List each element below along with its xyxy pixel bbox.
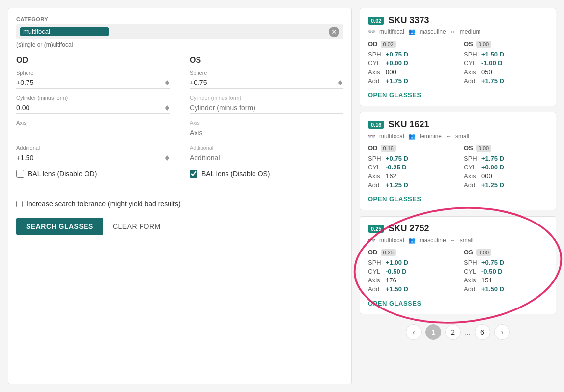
page-6-button[interactable]: 6 xyxy=(475,324,490,340)
clear-category-button[interactable]: ✕ xyxy=(329,27,339,37)
card-1-od-sph: SPH +0.75 D xyxy=(368,51,452,58)
card-3-eyes: OD 0.25 SPH +1.00 D CYL -0.50 D Axis xyxy=(368,249,548,294)
card-3-od: OD 0.25 SPH +1.00 D CYL -0.50 D Axis xyxy=(368,249,452,294)
bal-od-row: BAL lens (Disable OD) xyxy=(16,170,170,178)
card-1-os-cyl: CYL -1.00 D xyxy=(464,59,548,67)
od-cylinder-label: Cylinder (minus form) xyxy=(16,95,170,101)
bal-os-row: BAL lens (Disable OS) xyxy=(190,170,343,178)
os-axis-input[interactable] xyxy=(190,129,343,137)
card-2-sku: SKU 1621 xyxy=(388,119,429,130)
card-2-os-sph: SPH +1.75 D xyxy=(464,155,548,162)
os-sphere-up xyxy=(338,80,342,83)
od-additional-label: Additional xyxy=(16,145,170,151)
card-1-size: medium xyxy=(460,28,481,35)
card-3-gender: masculine xyxy=(420,237,446,244)
od-sphere-spinner[interactable] xyxy=(164,79,170,86)
os-cylinder-group: Cylinder (minus form) xyxy=(190,95,343,114)
od-cylinder-spinner[interactable] xyxy=(164,104,170,112)
card-2-type: multifocal xyxy=(379,133,404,140)
card-2-meta: 👓 multifocal 👥 feminine ↔ small xyxy=(368,133,548,140)
next-page-button[interactable]: › xyxy=(494,324,510,340)
os-additional-input[interactable] xyxy=(190,154,343,162)
os-sphere-input[interactable] xyxy=(190,79,338,86)
results-panel: 0.02 SKU 3373 👓 multifocal 👥 masculine ↔… xyxy=(360,8,556,384)
category-label: Category xyxy=(16,16,343,22)
os-axis-group: Axis xyxy=(190,120,343,139)
search-form: Category ✕ (s)ingle or (m)ultifocal OD S… xyxy=(8,8,352,384)
card-3-size-icon: ↔ xyxy=(450,237,456,244)
os-label: OS xyxy=(190,56,343,65)
od-axis-label: Axis xyxy=(16,120,170,126)
prev-page-button[interactable]: ‹ xyxy=(406,324,422,340)
od-axis-input[interactable] xyxy=(16,129,170,137)
od-sphere-input[interactable] xyxy=(16,79,164,86)
card-2-gender-icon: 👥 xyxy=(408,133,416,140)
search-button[interactable]: SEARCH GLASSES xyxy=(16,218,103,235)
category-input[interactable] xyxy=(20,27,109,36)
card-3-header: 0.25 SKU 2752 xyxy=(368,224,548,234)
card-3-os-axis: Axis 151 xyxy=(464,277,548,284)
od-cylinder-down xyxy=(165,108,169,111)
os-additional-group: Additional xyxy=(190,145,343,164)
card-3-os-sph: SPH +0.75 D xyxy=(464,259,548,266)
card-1-type: multifocal xyxy=(379,28,404,35)
os-sphere-group: Sphere xyxy=(190,70,343,89)
od-additional-up xyxy=(165,155,169,158)
od-additional-down xyxy=(165,158,169,161)
page-2-button[interactable]: 2 xyxy=(445,324,461,340)
bal-os-checkbox[interactable] xyxy=(190,170,197,178)
card-1-od-score: 0.02 xyxy=(381,41,396,48)
os-additional-label: Additional xyxy=(190,145,343,151)
os-sphere-down xyxy=(338,83,342,85)
hint-text: (s)ingle or (m)ultifocal xyxy=(16,41,343,48)
card-3-type: multifocal xyxy=(379,237,404,244)
pagination: ‹ 1 2 ... 6 › xyxy=(360,320,556,344)
card-2-os-add: Add +1.25 D xyxy=(464,181,548,189)
card-3-od-sph: SPH +1.00 D xyxy=(368,259,452,266)
card-2-od-tag: OD xyxy=(368,144,378,152)
card-2-eyes: OD 0.16 SPH +0.75 D CYL -0.25 D Axis 162 xyxy=(368,144,548,190)
od-additional-input[interactable] xyxy=(16,154,164,162)
result-card-3: 0.25 SKU 2752 👓 multifocal 👥 masculine ↔… xyxy=(360,216,556,314)
card-1-os-score: 0.00 xyxy=(476,41,491,48)
card-3-type-icon: 👓 xyxy=(368,237,375,244)
od-cylinder-input[interactable] xyxy=(16,104,164,112)
action-row: SEARCH GLASSES CLEAR FORM xyxy=(16,218,343,235)
card-3-os-header: OS 0.00 xyxy=(464,249,548,256)
page-1-button[interactable]: 1 xyxy=(425,324,441,340)
od-sphere-up xyxy=(165,80,169,83)
card-3-os-add: Add +1.50 D xyxy=(464,285,548,293)
clear-button[interactable]: CLEAR FORM xyxy=(107,218,167,235)
bal-os-label: BAL lens (Disable OS) xyxy=(201,170,270,178)
card-2-open-btn[interactable]: OPEN GLASSES xyxy=(368,196,422,203)
os-axis-row xyxy=(190,127,343,139)
card-2-od-cyl: CYL -0.25 D xyxy=(368,164,452,171)
bal-od-checkbox[interactable] xyxy=(16,170,24,178)
od-cylinder-row xyxy=(16,102,170,114)
card-1-os-axis: Axis 050 xyxy=(464,68,548,76)
card-3-od-add: Add +1.50 D xyxy=(368,285,452,293)
od-additional-spinner[interactable] xyxy=(164,154,170,162)
card-1-od-add: Add +1.75 D xyxy=(368,77,452,84)
card-2-os: OS 0.00 SPH +1.75 D CYL +0.00 D Axis 000 xyxy=(464,144,548,190)
od-additional-row xyxy=(16,152,170,164)
card-3-wrapper: 0.25 SKU 2752 👓 multifocal 👥 masculine ↔… xyxy=(360,216,556,314)
card-2-os-tag: OS xyxy=(464,144,473,152)
card-1-os-header: OS 0.00 xyxy=(464,40,548,48)
card-1-open-btn[interactable]: OPEN GLASSES xyxy=(368,91,422,99)
card-3-os-tag: OS xyxy=(464,249,473,256)
os-cylinder-input[interactable] xyxy=(190,104,343,112)
os-cylinder-row xyxy=(190,102,343,114)
card-2-od-sph: SPH +0.75 D xyxy=(368,155,452,162)
card-3-open-btn[interactable]: OPEN GLASSES xyxy=(368,300,422,307)
od-additional-group: Additional xyxy=(16,145,170,164)
os-sphere-spinner[interactable] xyxy=(338,79,343,86)
os-axis-label: Axis xyxy=(190,120,343,126)
card-2-os-cyl: CYL +0.00 D xyxy=(464,164,548,171)
card-1-os-add: Add +1.75 D xyxy=(464,77,548,84)
card-2-os-header: OS 0.00 xyxy=(464,144,548,152)
card-1-od-cyl: CYL +0.00 D xyxy=(368,59,452,67)
card-2-score: 0.16 xyxy=(368,121,384,129)
tolerance-checkbox[interactable] xyxy=(16,201,23,207)
os-sphere-row xyxy=(190,77,343,89)
